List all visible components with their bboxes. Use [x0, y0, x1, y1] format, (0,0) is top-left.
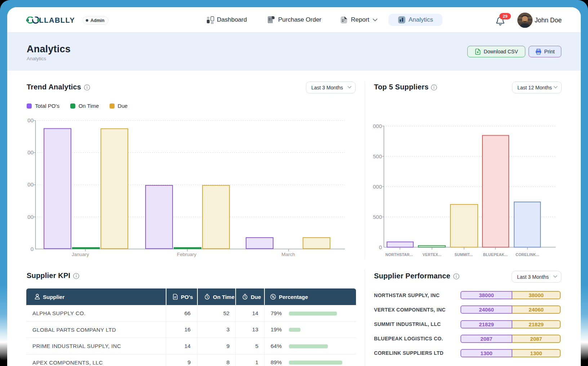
svg-text:NORTHSTAR...: NORTHSTAR...: [386, 252, 413, 257]
svg-text:00: 00: [27, 117, 34, 123]
svg-text:February: February: [177, 252, 196, 257]
svg-text:500: 500: [373, 153, 382, 159]
svg-text:LLABLLY: LLABLLY: [39, 17, 75, 24]
svg-text:000: 000: [373, 184, 382, 190]
svg-text:BLUEPEAK...: BLUEPEAK...: [483, 252, 508, 257]
svg-text:CORELINK...: CORELINK...: [516, 252, 539, 257]
svg-text:March: March: [281, 252, 295, 257]
svg-text:VERTEX...: VERTEX...: [423, 252, 442, 257]
svg-text:500: 500: [373, 214, 382, 220]
svg-text:000: 000: [373, 123, 382, 129]
svg-text:00: 00: [27, 181, 34, 188]
svg-text:0: 0: [379, 244, 382, 250]
svg-text:00: 00: [27, 214, 34, 220]
svg-text:January: January: [72, 252, 89, 257]
svg-text:00: 00: [27, 149, 34, 155]
svg-text:SUMMIT...: SUMMIT...: [455, 252, 473, 257]
svg-text:0: 0: [31, 246, 34, 252]
